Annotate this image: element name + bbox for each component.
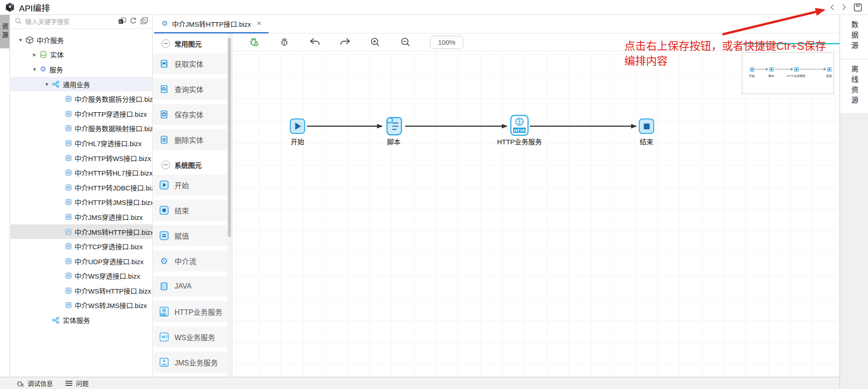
flow-canvas[interactable]: HTTP 开始 脚本 HTTP业务服务 结束 开始 脚本 HTTP业务服务 结束 [233, 52, 840, 376]
bizx-file-icon [66, 125, 71, 131]
palette-scrollbar[interactable] [227, 33, 231, 376]
zoom-out-icon[interactable] [400, 36, 411, 48]
tree-file-item[interactable]: 中介WS转HTTP接口.bizx [10, 283, 152, 298]
tree-file-item[interactable]: 中介WS穿透接口.bizx [10, 269, 152, 284]
palette-item-query-entity[interactable]: 查询实体 [153, 79, 232, 100]
expanded-arrow-icon[interactable]: ▼ [18, 38, 24, 43]
palette-item-delete-entity[interactable]: 删除实体 [153, 129, 232, 150]
debug-info-label: 调试信息 [28, 379, 53, 388]
collapsed-arrow-icon[interactable]: ▶ [32, 52, 38, 57]
tree-file-item[interactable]: 中介JMS穿透接口.bizx [10, 209, 152, 224]
nav-back-chevron-icon[interactable] [830, 4, 835, 11]
bizx-file-icon [66, 96, 71, 102]
package-icon [26, 36, 33, 44]
tree-file-item-selected[interactable]: 中介JMS转HTTP接口.bizx [10, 224, 152, 239]
tree-file-item[interactable]: 中介HTTP转HL7接口.bizx [10, 165, 152, 180]
palette-item-start[interactable]: 开始 [153, 175, 232, 195]
debug-icon[interactable] [278, 36, 290, 48]
collapse-all-icon[interactable] [141, 17, 148, 26]
http-globe-icon: HTTP [509, 114, 529, 137]
palette-item-save-entity[interactable]: 保存实体 [153, 104, 232, 125]
search-bar: in [10, 15, 152, 29]
tree-node-entity-service[interactable]: 实体服务 [10, 313, 152, 327]
debug-run-icon[interactable] [248, 36, 260, 48]
script-scroll-icon [385, 115, 404, 137]
file-name: 中介WS穿透接口.bizx [75, 271, 140, 280]
palette-item-get-entity[interactable]: 获取实体 [153, 53, 232, 74]
play-icon [295, 123, 301, 130]
expanded-arrow-icon[interactable]: ▼ [32, 67, 38, 72]
file-name: 中介UDP穿透接口.bizx [75, 256, 144, 266]
stop-icon [644, 123, 650, 129]
tree-file-item[interactable]: 中介HTTP穿透接口.bizx [10, 106, 152, 121]
java-chip-icon [159, 281, 170, 292]
chip-save-entity-icon [159, 109, 170, 120]
debug-info-item[interactable]: 调试信息 [16, 379, 53, 388]
tree-file-item[interactable]: 中介服务数据映射接口.bizx [10, 121, 152, 136]
palette-section-header[interactable]: 常用图元 [153, 33, 232, 53]
minimap-label: 开始 [749, 74, 755, 78]
tree-node-mediator-service[interactable]: ▼ 中介服务 [10, 33, 152, 47]
tree-file-item[interactable]: 中介WS转JMS接口.bizx [10, 298, 152, 313]
zoom-level-button[interactable]: 100% [430, 36, 463, 49]
redo-icon[interactable] [339, 36, 351, 48]
bizx-file-icon [66, 199, 71, 205]
right-tab-strip: 数据源 离线资源 [840, 15, 868, 389]
file-name: 中介HTTP转WS接口.bizx [75, 153, 151, 163]
chip-delete-entity-icon [159, 134, 170, 145]
editor-tab-active[interactable]: ⚙ 中介JMS转HTTP接口.bizx × [154, 15, 269, 33]
tree-file-item[interactable]: 中介HTTP转JDBC接口.bizx [10, 180, 152, 195]
minimap[interactable]: 开始 脚本 HTTP业务服务 结束 [742, 52, 834, 94]
palette-item-http-service[interactable]: HTTP HTTP业务服务 [153, 301, 232, 322]
expanded-arrow-icon[interactable]: ▼ [44, 82, 50, 87]
tree-file-item[interactable]: 中介HL7穿透接口.bizx [10, 136, 152, 151]
issues-item[interactable]: 问题 [66, 379, 89, 388]
bizx-file-icon [66, 273, 71, 279]
palette-item-java[interactable]: JAVA [153, 276, 232, 297]
section-title: 系统图元 [175, 160, 202, 170]
tree-file-item[interactable]: 中介HTTP转JMS接口.bizx [10, 195, 152, 210]
palette-item-end[interactable]: 结束 [153, 200, 232, 221]
undo-icon[interactable] [309, 36, 321, 48]
tree-node-general-business[interactable]: ▼ 通用业务 [10, 77, 152, 92]
tab-offline-resource[interactable]: 离线资源 [840, 59, 868, 114]
tab-close-icon[interactable]: × [257, 19, 261, 28]
node-start[interactable] [290, 119, 305, 134]
node-http-service[interactable]: HTTP [509, 114, 529, 138]
sidebar-tab-resources[interactable]: 资源 [0, 15, 9, 48]
collapse-section-icon[interactable] [161, 39, 170, 48]
palette-item-jms-service[interactable]: JMS JMS业务服务 [153, 352, 232, 373]
tab-datasource[interactable]: 数据源 [840, 15, 868, 59]
tree-file-item[interactable]: 中介TCP穿透接口.bizx [10, 239, 152, 254]
palette-item-label: 赋值 [175, 230, 189, 241]
tab-title: 中介JMS转HTTP接口.bizx [172, 19, 251, 28]
save-icon[interactable] [853, 3, 863, 12]
node-end[interactable] [639, 119, 654, 134]
palette-item-mediator-flow[interactable]: ⚙ 中介流 [153, 251, 232, 271]
tree-label: 实体 [50, 50, 64, 59]
tree-file-item[interactable]: 中介HTTP转WS接口.bizx [10, 151, 152, 166]
zoom-in-icon[interactable] [369, 36, 381, 48]
left-tab-strip: 资源 [0, 15, 10, 376]
end-icon [159, 205, 170, 216]
bizx-file-icon [66, 185, 71, 190]
refresh-icon[interactable] [130, 17, 137, 26]
palette-section-header[interactable]: 系统图元 [153, 155, 232, 175]
palette-item-label: 中介流 [175, 256, 196, 266]
assign-icon [159, 230, 170, 241]
tree-file-item[interactable]: 中介服务数据拆分接口.bizx [10, 91, 152, 106]
palette-item-ws-service[interactable]: W WS业务服务 [153, 327, 232, 347]
tree-node-service[interactable]: ▼ ⚙ 服务 [10, 62, 152, 77]
collapse-section-icon[interactable] [161, 161, 170, 169]
tree-node-entity[interactable]: ▶ 实体 [10, 47, 152, 62]
locate-file-icon[interactable]: in [118, 18, 126, 26]
search-input[interactable] [24, 18, 118, 26]
start-icon [159, 180, 170, 190]
palette-scrollbar-thumb[interactable] [228, 38, 231, 237]
tab-gear-icon: ⚙ [161, 20, 168, 27]
node-script[interactable] [385, 115, 404, 139]
minimap-node [827, 67, 831, 71]
nav-forward-chevron-icon[interactable] [841, 4, 847, 11]
palette-item-assign[interactable]: 赋值 [153, 225, 232, 246]
tree-file-item[interactable]: 中介UDP穿透接口.bizx [10, 254, 152, 269]
